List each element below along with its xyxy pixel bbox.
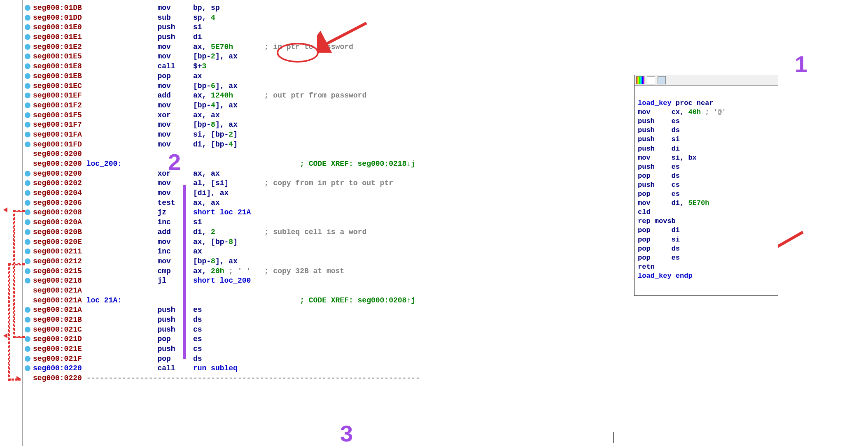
color-icon[interactable] [636, 76, 644, 84]
asm-row: seg000:021C push cs [33, 325, 420, 335]
asm-row: seg000:01E5 mov [bp-2], ax [33, 52, 420, 62]
edit-icon[interactable] [647, 76, 655, 84]
asm-row: seg000:0200 loc_200: ; CODE XREF: seg000… [33, 159, 420, 169]
asm-row: seg000:0220 call run_subleq [33, 364, 420, 374]
asm-row: seg000:01E8 call $+3 [33, 62, 420, 72]
arrow-icon [317, 20, 375, 53]
asm-row: seg000:01EB pop ax [33, 72, 420, 81]
asm-row: seg000:020A inc si [33, 218, 420, 228]
asm-row: seg000:0208 jz short loc_21A [33, 208, 420, 218]
asm-row: seg000:01FD mov di, [bp-4] [33, 140, 420, 150]
annotation-one: 1 [795, 49, 807, 79]
asm-row: seg000:021A [33, 286, 420, 296]
asm-row: seg000:0204 mov [di], ax [33, 188, 420, 198]
asm-row: seg000:01FA mov si, [bp-2] [33, 130, 420, 140]
asm-row: seg000:021B push ds [33, 315, 420, 325]
asm-row: seg000:0200 [33, 149, 420, 159]
popup-toolbar [635, 75, 778, 86]
asm-row: seg000:0212 mov [bp-8], ax [33, 257, 420, 267]
graph-icon[interactable] [658, 76, 666, 84]
asm-row: seg000:01EF add ax, 1240h ; out ptr from… [33, 91, 420, 101]
asm-row: seg000:0206 test ax, ax [33, 198, 420, 208]
annotation-two: 2 [168, 147, 181, 177]
annotation-three: 3 [340, 419, 353, 446]
asm-row: seg000:021F pop ds [33, 354, 420, 364]
asm-row: seg000:021E push cs [33, 344, 420, 354]
asm-row: seg000:01EC mov [bp-6], ax [33, 81, 420, 91]
text-cursor [613, 432, 614, 443]
asm-row: seg000:0215 cmp ax, 20h ; ' ' ; copy 32B… [33, 267, 420, 276]
asm-row: seg000:020E mov ax, [bp-8] [33, 237, 420, 247]
asm-row: seg000:01DB mov bp, sp [33, 3, 420, 13]
asm-row: seg000:0218 jl short loc_200 [33, 276, 420, 286]
popup-window[interactable]: load_key proc near mov cx, 40h ; '@' pus… [634, 75, 778, 296]
asm-row: seg000:0211 inc ax [33, 247, 420, 257]
highlight-circle-1 [277, 43, 319, 63]
asm-row: seg000:020B add di, 2 ; subleq cell is a… [33, 228, 420, 237]
asm-row: seg000:0220 ----------------------------… [33, 374, 420, 383]
asm-row: seg000:01F7 mov [bp-8], ax [33, 120, 420, 130]
svg-line-0 [322, 23, 366, 46]
disassembly-listing[interactable]: seg000:01DB mov bp, sp seg000:01DD sub s… [33, 3, 420, 383]
asm-row: seg000:021A loc_21A: ; CODE XREF: seg000… [33, 296, 420, 306]
annotation-bar [183, 185, 186, 359]
popup-body: load_key proc near mov cx, 40h ; '@' pus… [635, 86, 778, 295]
asm-row: seg000:0200 xor ax, ax [33, 169, 420, 179]
asm-row: seg000:01F5 xor ax, ax [33, 111, 420, 121]
asm-row: seg000:021D pop es [33, 334, 420, 344]
asm-row: seg000:01F2 mov [bp-4], ax [33, 101, 420, 111]
asm-row: seg000:021A push es [33, 305, 420, 315]
asm-row: seg000:0202 mov al, [si] ; copy from in … [33, 179, 420, 188]
